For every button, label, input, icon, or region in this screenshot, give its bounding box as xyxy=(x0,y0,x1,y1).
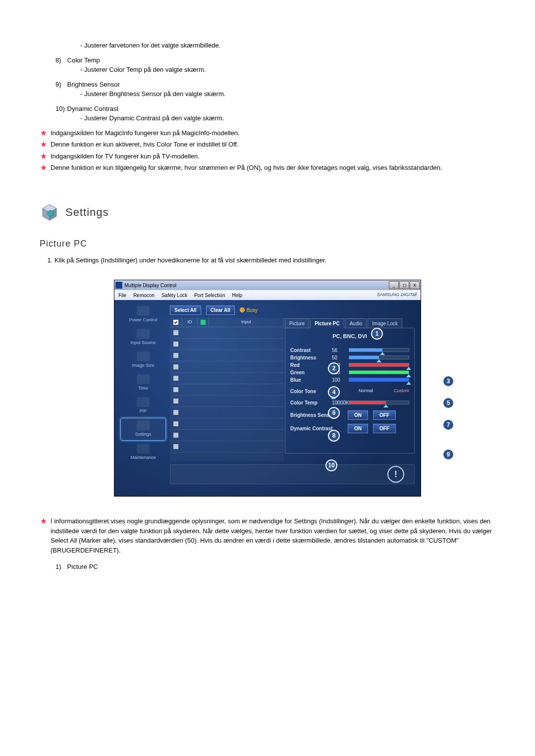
star-note: Denne funktion er kun aktiveret, hvis Co… xyxy=(40,140,495,150)
minimize-button[interactable]: _ xyxy=(389,281,399,289)
brand-label: SAMSUNG DIGITall xyxy=(377,292,417,299)
brightness-sensor-off[interactable]: OFF xyxy=(373,410,396,420)
grid-row[interactable] xyxy=(170,430,284,441)
select-all-button[interactable]: Select All xyxy=(170,305,201,315)
color-temp-slider[interactable] xyxy=(349,401,409,404)
sidebar-icon xyxy=(137,420,150,430)
sidebar-icon xyxy=(137,306,150,316)
star-icon xyxy=(40,152,48,160)
grid-header-input[interactable]: Input xyxy=(209,318,284,327)
settings-tab[interactable]: Picture xyxy=(285,318,309,328)
row-checkbox[interactable] xyxy=(173,342,178,347)
row-checkbox[interactable] xyxy=(173,330,178,335)
row-checkbox[interactable] xyxy=(173,433,178,438)
slider[interactable] xyxy=(349,355,409,359)
grid-row[interactable] xyxy=(170,361,284,373)
menu-item[interactable]: Safety Lock xyxy=(161,293,187,298)
star-icon xyxy=(40,129,48,137)
grid-row[interactable] xyxy=(170,350,284,361)
row-checkbox[interactable] xyxy=(173,410,178,415)
color-temp-value: 10000K xyxy=(332,399,346,406)
grid-row[interactable] xyxy=(170,396,284,407)
grid-row[interactable] xyxy=(170,339,284,350)
warning-icon: ! xyxy=(387,466,404,483)
color-tone-opt-normal[interactable]: Normal xyxy=(359,388,373,395)
maximize-button[interactable]: ◻ xyxy=(399,281,409,289)
star-note: Indgangskilden for TV fungerer kun på TV… xyxy=(40,151,495,161)
sidebar-item[interactable]: Maintenance xyxy=(121,442,165,463)
section-heading-settings: Settings xyxy=(40,202,495,222)
row-checkbox[interactable] xyxy=(173,353,178,358)
sidebar-icon xyxy=(137,329,150,339)
star-text: Indgangskilden for MagicInfo fungerer ku… xyxy=(51,128,240,138)
brightness-sensor-on[interactable]: ON xyxy=(348,410,368,420)
row-checkbox[interactable] xyxy=(173,421,178,426)
star-note: Denne funktion er kun tilgængelig for sk… xyxy=(40,163,495,173)
color-tone-opt-custom[interactable]: Custom xyxy=(394,388,409,395)
settings-tab[interactable]: Image Lock xyxy=(368,318,402,328)
settings-tab[interactable]: Picture PC xyxy=(310,318,344,328)
slider[interactable] xyxy=(349,363,409,367)
grid-row[interactable] xyxy=(170,327,284,339)
menu-item[interactable]: Remocon xyxy=(133,293,155,298)
settings-panel: PicturePicture PCAudioImage Lock PC, BNC… xyxy=(285,318,415,461)
dynamic-contrast-off[interactable]: OFF xyxy=(373,424,396,433)
sidebar-item[interactable]: Image Size xyxy=(121,350,165,371)
grid-row[interactable] xyxy=(170,384,284,396)
feature-item: 1) Picture PC xyxy=(40,562,495,572)
sidebar-icon xyxy=(137,444,150,454)
slider[interactable] xyxy=(349,348,409,352)
display-grid: ID Input xyxy=(170,318,284,461)
menu-item[interactable]: File xyxy=(118,293,126,298)
feature-item: 9) Brightness Sensor- Justerer Brightnes… xyxy=(40,80,495,99)
sidebar-item[interactable]: Time xyxy=(121,372,165,394)
star-icon xyxy=(40,164,48,172)
feature-item: 8) Color Temp- Justerer Color Temp på de… xyxy=(40,55,495,75)
sidebar-item[interactable]: Input Source xyxy=(121,327,165,349)
sidebar-label: Power Control xyxy=(129,317,157,324)
grid-body[interactable] xyxy=(170,327,284,461)
sidebar-label: Time xyxy=(138,385,148,392)
row-checkbox[interactable] xyxy=(173,376,178,381)
sidebar-item[interactable]: PIP xyxy=(121,395,165,417)
star-icon xyxy=(40,517,48,525)
close-button[interactable]: X xyxy=(410,281,420,289)
callout-7: 7 xyxy=(442,419,454,431)
clear-all-button[interactable]: Clear All xyxy=(206,305,235,315)
sidebar-item[interactable]: Power Control xyxy=(121,304,165,326)
sidebar-label: Image Size xyxy=(132,362,154,369)
dynamic-contrast-label: Dynamic Contrast xyxy=(290,425,345,432)
row-checkbox[interactable] xyxy=(173,399,178,403)
slider[interactable] xyxy=(349,378,409,382)
row-checkbox[interactable] xyxy=(173,387,178,392)
main-area: Select All Clear All Busy xyxy=(168,304,417,492)
grid-header-id[interactable]: ID xyxy=(182,318,198,327)
grid-row[interactable] xyxy=(170,407,284,418)
dynamic-contrast-on[interactable]: ON xyxy=(348,424,368,433)
client-area: Power ControlInput SourceImage SizeTimeP… xyxy=(114,300,421,496)
slider-row: Blue100 xyxy=(290,376,409,384)
grid-row[interactable] xyxy=(170,441,284,453)
grid-row[interactable] xyxy=(170,373,284,384)
row-checkbox[interactable] xyxy=(173,364,178,369)
grid-row[interactable] xyxy=(170,418,284,430)
menu-item[interactable]: Port Selection xyxy=(194,293,225,298)
menu-item[interactable]: Help xyxy=(232,293,242,298)
window-buttons: _ ◻ X xyxy=(389,281,420,289)
busy-label: Busy xyxy=(247,306,258,314)
color-temp-row: Color Temp 10000K xyxy=(290,399,409,406)
settings-tab[interactable]: Audio xyxy=(345,318,367,328)
row-checkbox[interactable] xyxy=(173,444,178,449)
menubar: FileRemoconSafety LockPort SelectionHelp… xyxy=(114,290,421,300)
slider-label: Green xyxy=(290,369,329,376)
svg-point-3 xyxy=(48,210,54,216)
grid-header-status[interactable] xyxy=(198,318,209,327)
color-tone-opt-off[interactable]: Off xyxy=(332,388,338,395)
star-note: Indgangskilden for MagicInfo fungerer ku… xyxy=(40,128,495,138)
slider[interactable] xyxy=(349,370,409,374)
brightness-sensor-row: Brightness Sensor ON OFF xyxy=(290,410,409,420)
grid-header-check[interactable] xyxy=(170,318,182,327)
window-titlebar[interactable]: Multiple Display Control _ ◻ X xyxy=(114,280,421,290)
feature-item: - Justerer farvetonen for det valgte skæ… xyxy=(40,41,495,50)
sidebar-item[interactable]: Settings xyxy=(120,418,166,441)
